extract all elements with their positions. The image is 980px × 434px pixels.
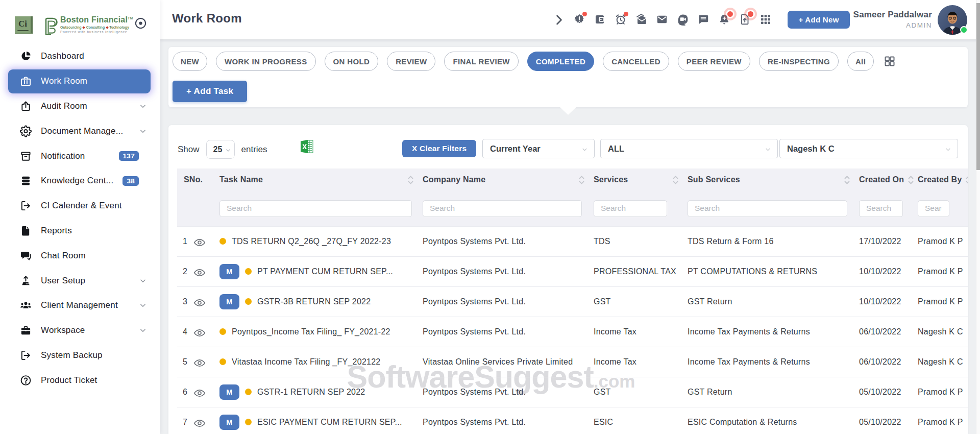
status-pill-work-in-progress[interactable]: WORK IN PROGRESS (216, 52, 315, 71)
sidebar-item-chat-room[interactable]: Chat Room (0, 243, 160, 268)
sort-icon[interactable] (673, 176, 678, 184)
sub-service: PT COMPUTATIONS & RETURNS (688, 256, 859, 286)
sidebar-item-user-setup[interactable]: User Setup (0, 268, 160, 293)
alarm-clock-icon[interactable] (615, 13, 627, 26)
table-search-row (177, 191, 968, 226)
page-scrollbar[interactable] (976, 0, 980, 434)
add-new-button[interactable]: + Add New (788, 11, 850, 29)
sidebar-item-workspace[interactable]: Workspace (0, 318, 160, 343)
sidebar-item-client-management[interactable]: Client Management (0, 293, 160, 318)
column-header-created-by[interactable]: Created By (918, 168, 968, 191)
sidebar-item-system-backup[interactable]: System Backup (0, 343, 160, 368)
sidebar-item-document-manage[interactable]: Document Manage... (0, 118, 160, 143)
sort-icon[interactable] (966, 176, 968, 184)
grid-view-icon[interactable] (884, 55, 896, 67)
status-pill-final-review[interactable]: FINAL REVIEW (444, 52, 518, 71)
created-on: 05/10/2022 (859, 407, 918, 434)
search-input-company-name[interactable] (423, 200, 582, 217)
eye-icon[interactable] (193, 327, 204, 337)
column-header-sub-services[interactable]: Sub Services (688, 168, 859, 191)
sidebar-item-product-ticket[interactable]: Product Ticket (0, 368, 160, 393)
row-number: 5 (183, 357, 187, 367)
chevron-down-icon (581, 146, 588, 153)
status-pill-review[interactable]: REVIEW (387, 52, 435, 71)
table-row: 6MGSTR-1 RETURN SEP 2022Poyntpos Systems… (177, 377, 968, 407)
service-filter-select[interactable]: ALL (600, 139, 778, 158)
topbar: Work Room + Add New Sameer Paddalwar ADM… (160, 0, 980, 39)
eye-icon[interactable] (193, 417, 204, 427)
task-name[interactable]: Vitastaa Income Tax Filing _FY_202122 (232, 357, 381, 367)
page-size-value: 25 (213, 145, 223, 154)
year-filter-select[interactable]: Current Year (482, 139, 595, 158)
search-input-services[interactable] (594, 200, 667, 217)
sidebar-item-notification[interactable]: Notification137 (0, 143, 160, 168)
sidebar-toggle-icon[interactable] (134, 17, 147, 30)
column-header-task-name[interactable]: Task Name (219, 168, 423, 191)
sort-icon[interactable] (908, 176, 914, 184)
sub-service: GST Return (688, 286, 859, 317)
column-header-services[interactable]: Services (594, 168, 688, 191)
status-pill-peer-review[interactable]: PEER REVIEW (678, 52, 750, 71)
eye-icon[interactable] (193, 267, 204, 277)
table-row: 5Vitastaa Income Tax Filing _FY_202122Vi… (177, 347, 968, 377)
status-pill-new[interactable]: NEW (173, 52, 207, 71)
task-name[interactable]: ESIC PAYMENT CUM RETURN SEP... (257, 418, 402, 427)
search-input-created-by[interactable] (918, 200, 949, 217)
search-input-sub-services[interactable] (688, 200, 847, 217)
mail-open-icon[interactable] (635, 13, 648, 26)
bell-plus-icon[interactable] (718, 13, 730, 26)
page-size-select[interactable]: 25 (206, 140, 235, 159)
eye-icon[interactable] (193, 297, 204, 307)
status-pill-re-inspecting[interactable]: RE-INSPECTING (759, 52, 839, 71)
search-input-task-name[interactable] (219, 200, 412, 217)
sidebar-item-label: Product Ticket (41, 375, 97, 385)
brand-name: Boston FinancialTM (60, 15, 133, 25)
chevron-down-icon (765, 146, 771, 153)
user-block[interactable]: Sameer Paddalwar ADMIN (853, 10, 932, 29)
sidebar-item-work-room[interactable]: Work Room (0, 69, 160, 94)
chat-square-icon[interactable] (697, 13, 709, 26)
mail-icon[interactable] (656, 13, 668, 26)
task-name[interactable]: GSTR-3B RETURN SEP 2022 (257, 297, 371, 306)
clear-filters-button[interactable]: X Clear Filters (402, 140, 476, 157)
company-name: Poyntpos Systems Pvt. Ltd. (423, 226, 594, 256)
task-name[interactable]: Poyntpos_Income Tax Filing_ FY_2021-22 (232, 327, 390, 336)
wallet-icon[interactable] (594, 13, 606, 26)
add-task-button[interactable]: + Add Task (173, 81, 247, 102)
eye-icon[interactable] (193, 236, 204, 247)
status-pill-on-hold[interactable]: ON HOLD (325, 52, 379, 71)
status-pill-all[interactable]: All (847, 52, 874, 71)
apps-grid-icon[interactable] (760, 13, 772, 26)
status-pill-cancelled[interactable]: CANCELLED (603, 52, 669, 71)
video-cam-icon[interactable] (677, 13, 689, 26)
avatar[interactable] (938, 5, 967, 35)
table-toolbar: Show 25 entries X Clear Filters Current … (168, 125, 968, 168)
user-filter-select[interactable]: Nagesh K C (779, 139, 958, 158)
sidebar-item-label: Audit Room (41, 101, 87, 111)
eye-icon[interactable] (193, 357, 204, 367)
chevron-right-icon[interactable] (553, 14, 565, 26)
sidebar-item-knowledge-cent[interactable]: Knowledge Cent...38 (0, 168, 160, 194)
row-number: 4 (183, 327, 187, 336)
eye-icon[interactable] (193, 387, 204, 397)
search-input-created-on[interactable] (859, 200, 903, 217)
file-upload-icon[interactable] (739, 13, 751, 26)
column-header-company-name[interactable]: Company Name (423, 168, 594, 191)
scrollbar-thumb[interactable] (976, 3, 980, 170)
sidebar-item-reports[interactable]: Reports (0, 219, 160, 244)
sort-icon[interactable] (579, 176, 584, 184)
sort-icon[interactable] (844, 176, 850, 184)
task-name[interactable]: TDS RETURN Q2_26Q _27Q_FY 2022-23 (232, 237, 391, 246)
status-pill-completed[interactable]: COMPLETED (527, 52, 594, 71)
sort-icon[interactable] (408, 176, 413, 184)
sidebar-item-audit-room[interactable]: Audit Room (0, 94, 160, 119)
task-name[interactable]: PT PAYMENT CUM RETURN SEP... (257, 267, 393, 276)
column-header-created-on[interactable]: Created On (859, 168, 918, 191)
certificate-icon[interactable] (573, 13, 585, 26)
row-number: 3 (183, 297, 187, 306)
excel-export-icon[interactable] (300, 139, 314, 154)
sidebar-item-dashboard[interactable]: Dashboard (0, 44, 160, 69)
sidebar-item-ci-calender-event[interactable]: CI Calender & Event (0, 194, 160, 219)
created-on: 05/10/2022 (859, 377, 918, 407)
task-name[interactable]: GSTR-1 RETURN SEP 2022 (257, 388, 365, 397)
